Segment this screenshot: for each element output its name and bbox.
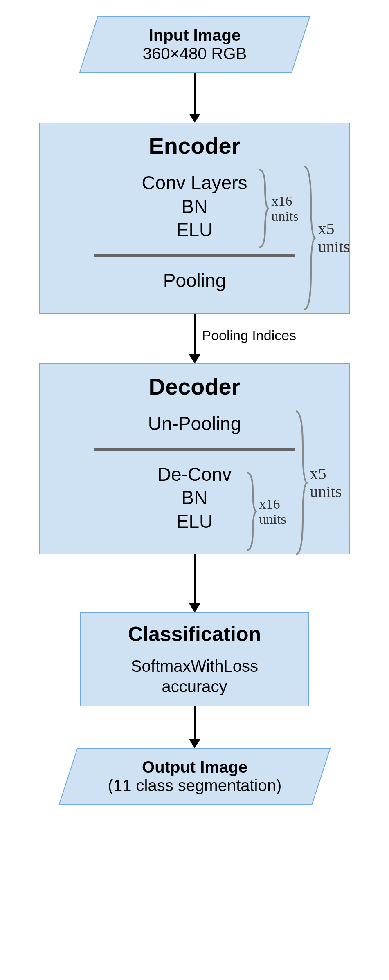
- classification-block: Classification SoftmaxWithLoss accuracy: [80, 612, 309, 706]
- pooling-indices-label: Pooling Indices: [202, 327, 297, 343]
- input-block: Input Image 360×480 RGB: [79, 16, 310, 73]
- encoder-outer-repeat: x5units: [318, 220, 350, 256]
- diagram-root: Input Image 360×480 RGB Encoder Conv Lay…: [11, 16, 379, 805]
- arrow-2: Pooling Indices: [11, 314, 379, 363]
- decoder-divider: [94, 448, 295, 451]
- output-title: Output Image: [80, 758, 309, 776]
- encoder-divider: [94, 254, 295, 257]
- decoder-outer-repeat: x5units: [310, 465, 342, 501]
- arrow-1: [189, 73, 200, 123]
- decoder-inner-brace: x16units: [245, 471, 286, 552]
- decoder-block: Decoder Un-Pooling De-Conv BN ELU x16uni…: [39, 363, 350, 554]
- decoder-outer-brace: x5units: [294, 409, 342, 556]
- input-sub: 360×480 RGB: [101, 45, 289, 63]
- arrow-3: [189, 554, 200, 612]
- output-block: Output Image (11 class segmentation): [58, 748, 331, 805]
- encoder-inner-brace: x16units: [257, 168, 299, 249]
- decoder-inner-repeat: x16units: [259, 496, 286, 527]
- arrow-4: [189, 706, 200, 748]
- encoder-outer-brace: x5units: [302, 164, 350, 312]
- input-title: Input Image: [101, 26, 289, 45]
- output-sub: (11 class segmentation): [80, 776, 309, 795]
- encoder-line-pool: Pooling: [52, 269, 338, 293]
- classification-line-softmax: SoftmaxWithLoss: [92, 656, 297, 676]
- encoder-heading: Encoder: [52, 132, 338, 159]
- encoder-block: Encoder Conv Layers BN ELU Pooling x16un…: [39, 123, 350, 314]
- encoder-inner-repeat: x16units: [272, 193, 299, 224]
- classification-heading: Classification: [92, 622, 297, 646]
- classification-line-accuracy: accuracy: [92, 676, 297, 697]
- decoder-heading: Decoder: [52, 373, 338, 400]
